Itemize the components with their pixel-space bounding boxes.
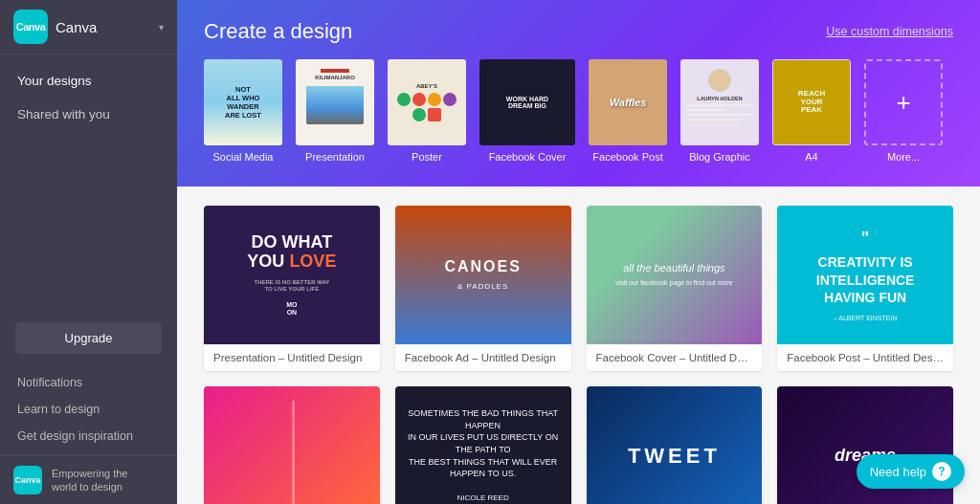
sidebar-header: Canva Canva ▾ — [0, 0, 177, 55]
upgrade-btn-wrap: Upgrade — [0, 313, 177, 363]
design-type-label-a4: A4 — [805, 151, 817, 163]
design-card-thumb-0: DO WHATYOU LOVE THERE IS NO BETTER WAYTO… — [204, 206, 380, 344]
sidebar: Canva Canva ▾ Your designs Shared with y… — [0, 0, 177, 504]
recent-section: DO WHATYOU LOVE THERE IS NO BETTER WAYTO… — [177, 186, 980, 504]
canva-logo-small: Canva — [13, 466, 42, 494]
custom-dimensions-link[interactable]: Use custom dimensions — [826, 25, 953, 38]
design-card-thumb-5: SOMETIMES THE BAD THINGS THAT HAPPEN IN … — [395, 386, 571, 504]
design-type-poster[interactable]: ABEY'S Poster — [388, 59, 466, 163]
design-card-2[interactable]: all the beautiful things visit our faceb… — [587, 206, 763, 371]
design-card-thumb-4 — [204, 386, 380, 504]
help-question-icon: ? — [932, 462, 951, 481]
design-card-thumb-6: TWEET — [587, 386, 763, 504]
sidebar-item-shared-with-you[interactable]: Shared with you — [0, 98, 177, 131]
design-type-label-blog-graphic: Blog Graphic — [689, 151, 750, 163]
design-types-row: NOTALL WHOWANDERARE LOST Social Media KI… — [204, 59, 953, 163]
upgrade-button[interactable]: Upgrade — [15, 322, 162, 354]
chevron-down-icon[interactable]: ▾ — [159, 22, 164, 33]
sidebar-footer: Canva Empowering theworld to design — [0, 455, 177, 504]
design-card-6[interactable]: TWEET — [587, 386, 763, 504]
more-plus-icon: + — [896, 88, 910, 118]
design-card-label-2: Facebook Cover – Untitled Design — [587, 344, 763, 371]
designs-grid: DO WHATYOU LOVE THERE IS NO BETTER WAYTO… — [204, 206, 953, 504]
sidebar-spacer — [0, 141, 177, 313]
design-card-0[interactable]: DO WHATYOU LOVE THERE IS NO BETTER WAYTO… — [204, 206, 380, 371]
design-card-label-1: Facebook Ad – Untitled Design — [395, 344, 571, 371]
sidebar-bottom-links: Notifications Learn to design Get design… — [0, 363, 177, 455]
design-card-3[interactable]: " CREATIVITY ISINTELLIGENCEHAVING FUN – … — [777, 206, 953, 371]
design-type-presentation[interactable]: KILIMANJARO Presentation — [296, 59, 374, 163]
sidebar-footer-tagline: Empowering theworld to design — [52, 467, 128, 494]
design-type-label-facebook-post: Facebook Post — [592, 151, 662, 163]
design-card-1[interactable]: CANOES& PADDLES Facebook Ad – Untitled D… — [395, 206, 571, 371]
design-type-thumb-a4: REACHYOURPEAK — [772, 59, 851, 145]
design-card-label-0: Presentation – Untitled Design — [204, 344, 380, 371]
design-type-label-poster: Poster — [412, 151, 442, 163]
design-type-a4[interactable]: REACHYOURPEAK A4 — [772, 59, 851, 163]
design-card-thumb-2: all the beautiful things visit our faceb… — [587, 206, 763, 344]
design-type-thumb-presentation: KILIMANJARO — [296, 59, 374, 145]
design-type-social-media[interactable]: NOTALL WHOWANDERARE LOST Social Media — [204, 59, 282, 163]
canva-logo-text: Canva — [16, 21, 46, 33]
design-type-label-social-media: Social Media — [213, 151, 274, 163]
sidebar-link-notifications[interactable]: Notifications — [0, 369, 177, 396]
design-type-label-presentation: Presentation — [305, 151, 365, 163]
design-type-more[interactable]: + More... — [864, 59, 943, 163]
design-card-5[interactable]: SOMETIMES THE BAD THINGS THAT HAPPEN IN … — [395, 386, 571, 504]
design-card-thumb-3: " CREATIVITY ISINTELLIGENCEHAVING FUN – … — [777, 206, 953, 344]
sidebar-item-your-designs[interactable]: Your designs — [0, 64, 177, 98]
sidebar-link-inspiration[interactable]: Get design inspiration — [0, 423, 177, 449]
design-type-thumb-blog-graphic: LAURYN HOLDEN — [680, 59, 759, 145]
design-type-thumb-social-media: NOTALL WHOWANDERARE LOST — [204, 59, 282, 145]
sidebar-nav: Your designs Shared with you — [0, 55, 177, 141]
create-title: Create a design — [204, 19, 352, 44]
design-card-thumb-1: CANOES& PADDLES — [395, 206, 571, 344]
design-type-thumb-facebook-cover: WORK HARDDREAM BIG — [479, 59, 575, 145]
design-type-thumb-poster: ABEY'S — [388, 59, 466, 145]
sidebar-link-learn[interactable]: Learn to design — [0, 396, 177, 423]
design-type-thumb-facebook-post: Waffles — [589, 59, 667, 145]
design-type-facebook-cover[interactable]: WORK HARDDREAM BIG Facebook Cover — [479, 59, 575, 163]
sidebar-brand-name: Canva — [56, 19, 151, 35]
need-help-button[interactable]: Need help ? — [857, 454, 965, 489]
need-help-label: Need help — [870, 465, 926, 479]
create-section: Create a design Use custom dimensions NO… — [177, 0, 980, 186]
design-type-label-more: More... — [887, 151, 920, 163]
design-type-thumb-more: + — [864, 59, 943, 145]
design-card-label-3: Facebook Post – Untitled Design — [777, 344, 953, 371]
create-header-row: Create a design Use custom dimensions — [204, 19, 953, 44]
main-content: Create a design Use custom dimensions NO… — [177, 0, 980, 504]
design-type-blog-graphic[interactable]: LAURYN HOLDEN Blog Graphic — [680, 59, 759, 163]
design-type-label-facebook-cover: Facebook Cover — [489, 151, 567, 163]
design-type-facebook-post[interactable]: Waffles Facebook Post — [589, 59, 667, 163]
canva-logo: Canva — [13, 10, 48, 44]
design-card-4[interactable] — [204, 386, 380, 504]
